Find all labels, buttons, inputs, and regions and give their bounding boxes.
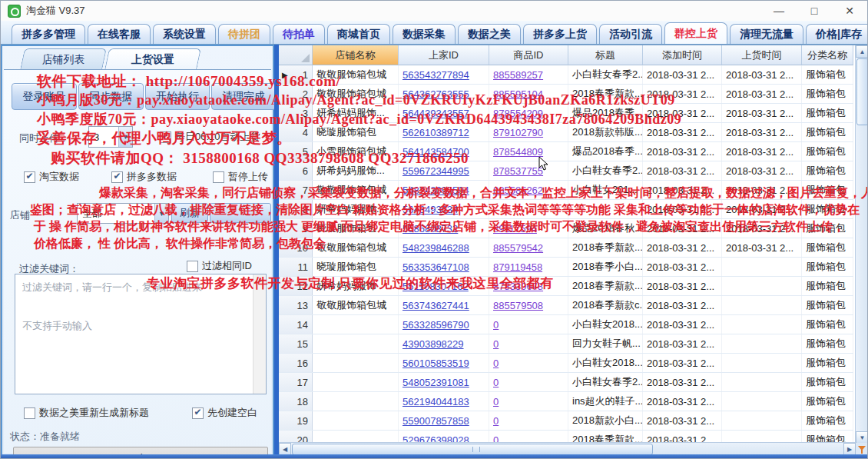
- seller-id-link[interactable]: 564439343557: [403, 108, 469, 119]
- main-tab-5[interactable]: 待拍单: [273, 24, 325, 44]
- main-tab-12[interactable]: 清理无流量: [730, 24, 803, 44]
- table-row[interactable]: 7敬敬服饰箱包城548243090594885585262小白鞋女201...2…: [279, 181, 853, 200]
- table-row[interactable]: 5小雪服饰箱包城564143584700878544809爆品2018春季...…: [279, 142, 853, 161]
- seller-id-link[interactable]: 562610389712: [403, 127, 469, 138]
- minimize-button[interactable]: —: [761, 1, 797, 21]
- taobao-data-checkbox[interactable]: 淘宝数据: [24, 170, 79, 184]
- main-tab-2[interactable]: 在线客服: [88, 24, 151, 44]
- column-header-1[interactable]: 店铺名称: [313, 45, 399, 65]
- column-header-5[interactable]: 添加时间: [643, 45, 722, 65]
- main-tab-1[interactable]: 拼多多管理: [12, 24, 85, 44]
- seller-id-link[interactable]: 562194044183: [403, 396, 469, 407]
- product-id-link[interactable]: 885579542: [493, 242, 543, 254]
- product-id-link[interactable]: 879119458: [493, 261, 542, 273]
- login-button[interactable]: 登录账号: [12, 83, 77, 110]
- seller-id-link[interactable]: 5586808732: [403, 223, 458, 234]
- tab-shop-list[interactable]: 店铺列表: [20, 48, 107, 70]
- column-header-4[interactable]: 标题: [568, 45, 643, 65]
- seller-id-link[interactable]: 548052391081: [403, 377, 469, 388]
- main-tab-11[interactable]: 群控上货: [664, 22, 727, 44]
- column-header-6[interactable]: 上货时间: [722, 45, 802, 65]
- vertical-scroll-thumb[interactable]: [856, 58, 868, 125]
- seller-id-link[interactable]: 563353647108: [403, 261, 469, 273]
- close-button[interactable]: ✕: [832, 1, 867, 21]
- product-id-link[interactable]: 878554209: [493, 108, 543, 119]
- main-tab-13[interactable]: 价格|库存: [806, 24, 868, 44]
- seller-id-link[interactable]: 548239846288: [403, 242, 469, 254]
- product-id-link[interactable]: 0: [493, 338, 499, 350]
- table-row[interactable]: 1955900785785802018新款小白...2018-03-31 2..…: [279, 411, 853, 431]
- table-row[interactable]: ▶1敬敬服饰箱包城563543277894885589257小白鞋女春季2...…: [279, 65, 853, 85]
- table-vertical-scrollbar[interactable]: ▲ ▼: [855, 45, 868, 444]
- shop-select[interactable]: 全部 ▼: [77, 203, 169, 224]
- seller-id-link[interactable]: 559672344995: [403, 165, 469, 177]
- refresh-button[interactable]: 刷新: [171, 203, 208, 223]
- table-row[interactable]: 3妍希妈妈服饰...564439343557878554209爆品2018春季.…: [279, 104, 853, 123]
- scroll-down-icon[interactable]: ▼: [856, 431, 868, 444]
- product-id-link[interactable]: 885595104: [493, 88, 543, 100]
- table-row[interactable]: 165601058535190小白鞋女2018...2018-03-31 2..…: [279, 354, 853, 373]
- product-id-link[interactable]: 885585262: [493, 185, 543, 196]
- seller-id-link[interactable]: 563543277894: [403, 69, 469, 81]
- table-row[interactable]: 2敬敬服饰箱包城5643627635558855951042018春季新款...…: [279, 85, 853, 104]
- product-id-link[interactable]: 0: [493, 396, 499, 407]
- product-id-link[interactable]: 89117594: [493, 223, 537, 234]
- seller-id-link[interactable]: 551108307162: [403, 281, 469, 292]
- regen-title-checkbox[interactable]: 数据之美重新生成新标题: [24, 406, 149, 420]
- seller-id-link[interactable]: 560105853519: [403, 358, 469, 369]
- seller-id-link[interactable]: 564362763555: [403, 88, 469, 100]
- scroll-up-icon[interactable]: ▲: [856, 45, 868, 58]
- product-id-link[interactable]: 0: [493, 377, 499, 388]
- horizontal-scroll-thumb[interactable]: [292, 444, 653, 455]
- main-tab-8[interactable]: 数据之美: [458, 24, 521, 44]
- main-tab-10[interactable]: 活动引流: [599, 24, 662, 44]
- main-tab-3[interactable]: 系统设置: [153, 24, 216, 44]
- product-id-link[interactable]: 0: [493, 415, 499, 427]
- main-tab-4[interactable]: 待拼团: [218, 24, 270, 44]
- table-row[interactable]: 145633285967900小白鞋女2018...2018-03-31 2..…: [279, 315, 853, 334]
- column-header-3[interactable]: 商品ID: [489, 45, 568, 65]
- main-tab-6[interactable]: 商城首页: [327, 24, 390, 44]
- product-id-link[interactable]: 885579508: [493, 300, 543, 311]
- product-id-link[interactable]: 878537755: [493, 165, 543, 177]
- table-row[interactable]: 4晓璇服饰箱包5626103897128791027902018新款韩版...2…: [279, 123, 853, 142]
- column-header-2[interactable]: 上家ID: [399, 45, 489, 65]
- table-row[interactable]: 15439038982290回力女鞋子帆...2018-03-31 2...服饰…: [279, 334, 853, 354]
- seller-id-link[interactable]: 563743627441: [403, 300, 469, 311]
- product-id-link[interactable]: 879102790: [493, 127, 543, 138]
- product-id-link[interactable]: 0: [493, 358, 499, 369]
- table-row[interactable]: 10敬敬服饰箱包城5482398462888855795422018春季新款..…: [279, 238, 853, 258]
- table-row[interactable]: 6妍希妈妈服饰...559672344995878537755小白鞋女春季2..…: [279, 161, 853, 181]
- select-all-cell[interactable]: [279, 45, 313, 65]
- pause-upload-checkbox[interactable]: 暂停上传: [213, 170, 268, 184]
- create-blank-checkbox[interactable]: 先创建空白: [192, 406, 257, 420]
- sync-data-button[interactable]: 同步数据: [78, 83, 144, 110]
- textarea-scrollbar[interactable]: ▲: [253, 274, 266, 394]
- upload-count-select[interactable]: 3 ▼: [88, 126, 133, 148]
- filter-keywords-textarea[interactable]: 过滤关键词，请一行一个，复制粘贴进来 不支持手动输入 ▲: [15, 274, 267, 394]
- shop-extra-button[interactable]: [210, 203, 271, 223]
- seller-id-link[interactable]: 563328596790: [403, 319, 469, 331]
- table-row[interactable]: 175480523910810小白鞋女春季2...2018-03-31 2...…: [279, 373, 853, 392]
- table-row[interactable]: 8妍希妈妈服饰...56484930342018-03-31 2...2018-…: [279, 200, 853, 219]
- tab-upload-settings[interactable]: 上货设置: [104, 48, 201, 70]
- start-execute-button[interactable]: 开始执行: [145, 83, 210, 110]
- column-header-7[interactable]: 分类名称: [802, 45, 853, 65]
- main-tab-9[interactable]: 拼多多上货: [523, 24, 597, 44]
- filter-same-id-checkbox[interactable]: 过滤相同ID: [187, 259, 252, 273]
- pdd-data-checkbox[interactable]: 拼多多数据: [111, 170, 177, 184]
- product-id-link[interactable]: 0: [493, 319, 499, 331]
- table-row[interactable]: 12妍希妈妈服饰5511083071628783396782018春季新款...…: [279, 277, 853, 296]
- product-id-link[interactable]: 878544809: [493, 146, 543, 158]
- seller-id-link[interactable]: 559007857858: [403, 415, 469, 427]
- table-row[interactable]: 13敬敬服饰箱包城5637436274418855795082018春季新款c.…: [279, 296, 853, 315]
- seller-id-link[interactable]: 564143584700: [403, 146, 469, 158]
- main-tab-7[interactable]: 数据采集: [393, 24, 456, 44]
- seller-id-link[interactable]: 548243090594: [403, 185, 469, 196]
- table-row[interactable]: 11晓璇服饰箱包5633536471088791194582018春季小白...…: [279, 258, 853, 277]
- table-row[interactable]: 185621940441830ins超火的鞋子...2018-03-31 2..…: [279, 392, 853, 411]
- seller-id-link[interactable]: 43903898229: [403, 338, 464, 350]
- clean-finish-button[interactable]: 清理完成: [211, 83, 276, 110]
- product-id-link[interactable]: 885589257: [493, 69, 543, 81]
- seller-id-link[interactable]: 5648493034: [403, 204, 458, 215]
